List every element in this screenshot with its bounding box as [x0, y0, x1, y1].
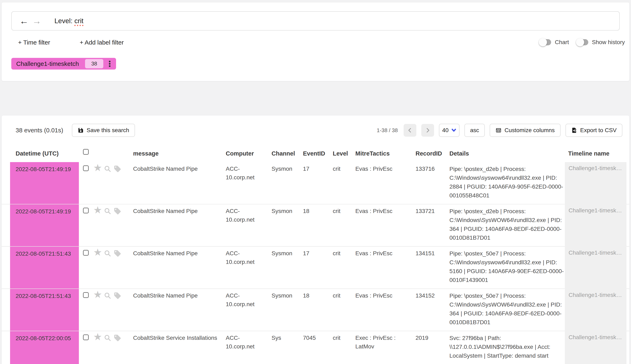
search-context-icon[interactable]: [104, 250, 112, 257]
tag-icon[interactable]: [114, 207, 121, 215]
mitretactics-cell: Exec : PrivEsc : LatMov: [355, 334, 407, 351]
export-csv-button[interactable]: Export to CSV: [565, 124, 622, 137]
save-search-button[interactable]: Save this search: [72, 124, 135, 137]
table-row: 2022-08-05T21:51:43 ★ CobaltStrike Named…: [2, 289, 629, 331]
timeline-name-value: Challenge1-timesk…: [568, 250, 622, 256]
row-checkbox[interactable]: [83, 208, 89, 214]
recordid-cell: 134152: [416, 291, 446, 300]
level-cell: crit: [333, 207, 353, 216]
results-summary: 38 events (0.01s): [16, 127, 63, 134]
customize-columns-button[interactable]: Customize columns: [490, 124, 560, 137]
timeline-name-cell: Challenge1-timesk…: [565, 331, 626, 364]
tag-icon[interactable]: [114, 292, 121, 300]
computer-cell: ACC-10.corp.net: [226, 164, 259, 182]
row-checkbox[interactable]: [83, 292, 89, 298]
show-history-toggle-label: Show history: [592, 39, 625, 46]
search-context-icon[interactable]: [104, 207, 112, 215]
datetime-value: 2022-08-05T22:00:05: [16, 335, 71, 342]
message-cell[interactable]: CobaltStrike Named Pipe: [133, 164, 224, 173]
timeline-name-value: Challenge1-timesk…: [568, 207, 622, 214]
eventid-cell: 17: [303, 164, 330, 173]
row-checkbox[interactable]: [83, 334, 89, 340]
datetime-cell[interactable]: 2022-08-05T21:51:43: [10, 289, 79, 331]
table-body: 2022-08-05T21:49:19 ★ CobaltStrike Named…: [2, 162, 629, 364]
timeline-chip[interactable]: Challenge1-timesketch 38: [11, 58, 116, 70]
results-toolbar-left: 38 events (0.01s) Save this search: [16, 124, 135, 137]
level-cell: crit: [333, 249, 353, 258]
page-size-value: 40: [442, 127, 449, 134]
prev-page-button[interactable]: [404, 124, 416, 137]
save-icon: [78, 127, 84, 133]
timeline-name-value: Challenge1-timesk…: [568, 334, 622, 340]
channel-cell: Sysmon: [271, 249, 300, 258]
star-icon[interactable]: ★: [93, 290, 102, 300]
recordid-cell: 2019: [416, 334, 446, 342]
search-history-forward-icon[interactable]: →: [32, 16, 41, 26]
details-cell: Svc: 27f96ba | Path: \\127.0.0.1\ADMIN$\…: [449, 334, 565, 360]
details-cell: Pipe: \postex_50e7 | Process: C:\Windows…: [449, 291, 565, 327]
page-size-select[interactable]: 40: [439, 124, 459, 137]
results-card: 38 events (0.01s) Save this search 1-38 …: [2, 116, 629, 364]
chevron-down-icon: [451, 128, 456, 132]
search-query: Level: crit: [55, 17, 83, 25]
table-grid-icon: [495, 127, 502, 133]
search-context-icon[interactable]: [104, 292, 112, 300]
search-input[interactable]: ← → Level: crit: [11, 11, 620, 30]
timeline-chip-count: 38: [85, 59, 103, 68]
datetime-value: 2022-08-05T21:49:19: [16, 166, 71, 172]
time-filter-button[interactable]: + Time filter: [18, 39, 50, 46]
search-card: ← → Level: crit + Time filter + Add labe…: [2, 2, 629, 81]
message-cell[interactable]: CobaltStrike Named Pipe: [133, 249, 224, 258]
header-datetime: Datetime (UTC): [16, 150, 59, 157]
timeline-name-cell: Challenge1-timesk…: [565, 289, 626, 331]
message-cell[interactable]: CobaltStrike Named Pipe: [133, 291, 224, 300]
header-message: message: [133, 150, 159, 157]
search-history-back-icon[interactable]: ←: [20, 16, 29, 26]
row-checkbox[interactable]: [83, 250, 89, 256]
next-page-button[interactable]: [421, 124, 434, 137]
datetime-cell[interactable]: 2022-08-05T21:49:19: [10, 162, 79, 204]
chart-toggle-knob: [539, 38, 547, 46]
chart-toggle-label: Chart: [555, 39, 569, 46]
tag-icon[interactable]: [114, 334, 121, 342]
timeline-name-value: Challenge1-timesk…: [568, 165, 622, 171]
header-level: Level: [333, 150, 348, 157]
message-cell[interactable]: CobaltStrike Named Pipe: [133, 207, 224, 216]
star-icon[interactable]: ★: [93, 248, 102, 257]
computer-cell: ACC-10.corp.net: [226, 207, 259, 224]
header-eventid: EventID: [303, 150, 325, 157]
timeline-name-value: Challenge1-timesk…: [568, 292, 622, 298]
timeline-chip-menu-icon[interactable]: [106, 60, 113, 68]
row-checkbox[interactable]: [83, 166, 89, 171]
show-history-toggle[interactable]: [577, 39, 588, 45]
timeline-name-cell: Challenge1-timesk…: [565, 247, 626, 289]
header-timeline-name: Timeline name: [568, 150, 609, 157]
tag-icon[interactable]: [114, 165, 121, 173]
computer-cell: ACC-10.corp.net: [226, 334, 259, 351]
chevron-left-icon: [406, 126, 414, 134]
level-cell: crit: [333, 164, 353, 173]
search-context-icon[interactable]: [104, 165, 112, 173]
eventid-cell: 17: [303, 249, 330, 258]
select-all-checkbox[interactable]: [83, 149, 89, 155]
eventid-cell: 7045: [303, 334, 330, 342]
recordid-cell: 133716: [416, 164, 446, 173]
chart-toggle[interactable]: [540, 39, 551, 45]
star-icon[interactable]: ★: [93, 163, 102, 173]
sort-order-button[interactable]: asc: [464, 124, 485, 137]
star-icon[interactable]: ★: [93, 205, 102, 215]
level-cell: crit: [333, 334, 353, 342]
header-recordid: RecordID: [416, 150, 442, 157]
customize-columns-label: Customize columns: [504, 127, 555, 134]
datetime-cell[interactable]: 2022-08-05T21:49:19: [10, 204, 79, 246]
datetime-cell[interactable]: 2022-08-05T22:00:05: [10, 331, 79, 364]
star-icon[interactable]: ★: [93, 332, 102, 342]
mitretactics-cell: Evas : PrivEsc: [355, 249, 407, 258]
search-context-icon[interactable]: [104, 334, 112, 342]
header-mitretactics: MitreTactics: [355, 150, 390, 157]
add-label-filter-button[interactable]: + Add label filter: [80, 39, 124, 46]
message-cell[interactable]: CobaltStrike Service Installations: [133, 334, 224, 342]
datetime-cell[interactable]: 2022-08-05T21:51:43: [10, 247, 79, 288]
tag-icon[interactable]: [114, 250, 121, 257]
recordid-cell: 133721: [416, 207, 446, 216]
